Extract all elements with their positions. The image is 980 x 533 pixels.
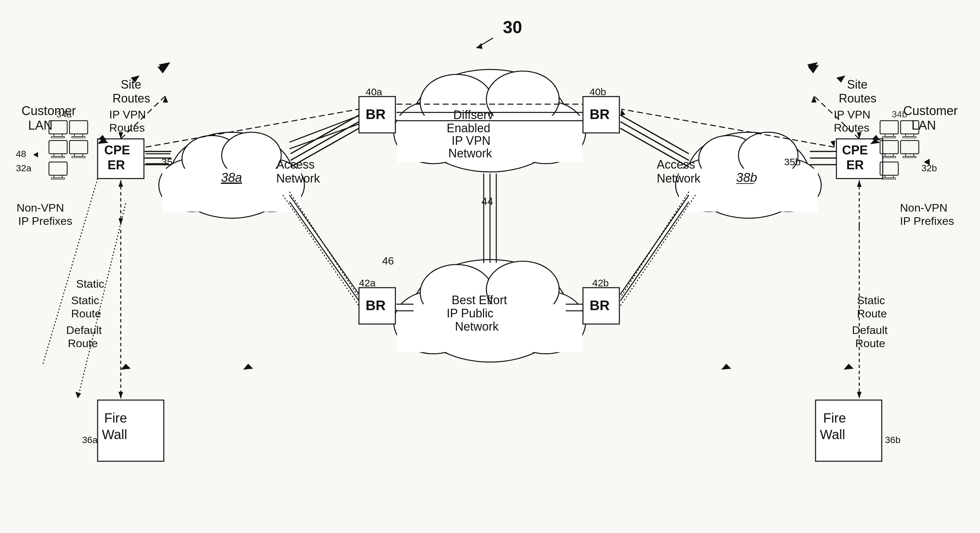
br-bottom-left: BR	[366, 298, 386, 313]
best-effort-label: Best Effort	[452, 293, 507, 307]
diffserv-label: Diffserv	[453, 108, 493, 122]
svg-text:ER: ER	[108, 158, 125, 172]
label-40a: 40a	[366, 86, 382, 97]
label-48: 48	[16, 149, 26, 159]
label-36b: 36b	[885, 435, 900, 445]
left-firewall: Fire	[104, 411, 127, 425]
svg-text:Route: Route	[68, 337, 98, 349]
right-firewall: Fire	[823, 411, 846, 425]
svg-text:34a: 34a	[56, 109, 72, 119]
svg-text:Network: Network	[276, 171, 320, 185]
left-default-route: Default	[66, 324, 102, 336]
svg-text:Enabled: Enabled	[447, 121, 490, 135]
left-non-vpn: Non-VPN	[16, 201, 64, 214]
label-42b: 42b	[592, 278, 609, 288]
left-cpe-er: CPE	[104, 143, 130, 157]
br-bottom-right: BR	[590, 298, 610, 313]
label-32a: 32a	[16, 163, 32, 173]
figure-number: 30	[503, 17, 522, 37]
svg-text:IP Prefixes: IP Prefixes	[18, 214, 72, 227]
right-ip-vpn-routes: IP VPN	[834, 108, 870, 121]
br-top-right: BR	[590, 106, 610, 122]
svg-text:Routes: Routes	[839, 92, 877, 105]
right-static-route: Static	[857, 294, 885, 306]
svg-text:Routes: Routes	[834, 121, 870, 134]
svg-text:Routes: Routes	[113, 92, 150, 105]
svg-text:34b: 34b	[892, 109, 907, 119]
left-static-route: Static	[71, 294, 99, 306]
svg-text:ER: ER	[846, 158, 864, 172]
label-38a: 38a	[221, 171, 242, 184]
svg-text:IP Prefixes: IP Prefixes	[900, 214, 954, 227]
svg-text:IP VPN: IP VPN	[452, 134, 490, 148]
svg-text:Network: Network	[448, 146, 492, 160]
label-36a: 36a	[82, 435, 98, 445]
label-46: 46	[382, 255, 394, 267]
label-44: 44	[481, 195, 493, 207]
label-35b: 35b	[784, 156, 801, 167]
svg-text:Wall: Wall	[820, 427, 845, 442]
right-customer-lan-label: Customer	[903, 104, 958, 118]
left-ip-vpn-routes: IP VPN	[109, 108, 146, 121]
br-top-left: BR	[366, 106, 386, 122]
svg-text:Route: Route	[855, 337, 885, 349]
right-cpe-er: CPE	[842, 143, 868, 157]
right-site-routes: Site	[847, 78, 867, 91]
svg-text:Routes: Routes	[109, 121, 145, 134]
network-diagram: 30 Customer LAN 34a 32a 48	[0, 0, 980, 533]
svg-text:Route: Route	[71, 307, 101, 320]
label-38b: 38b	[736, 171, 757, 184]
left-site-routes: Site	[121, 78, 141, 91]
right-non-vpn: Non-VPN	[900, 201, 948, 214]
right-default-route: Default	[852, 324, 888, 336]
label-42a: 42a	[359, 278, 375, 288]
svg-text:Network: Network	[657, 171, 701, 185]
svg-text:Route: Route	[857, 307, 887, 320]
svg-text:Wall: Wall	[102, 427, 127, 442]
svg-text:Network: Network	[455, 320, 499, 333]
static-label-left: Static	[76, 278, 104, 290]
diagram-container: 30 Customer LAN 34a 32a 48	[0, 0, 980, 533]
label-40b: 40b	[590, 86, 606, 97]
svg-text:IP Public: IP Public	[447, 306, 493, 320]
